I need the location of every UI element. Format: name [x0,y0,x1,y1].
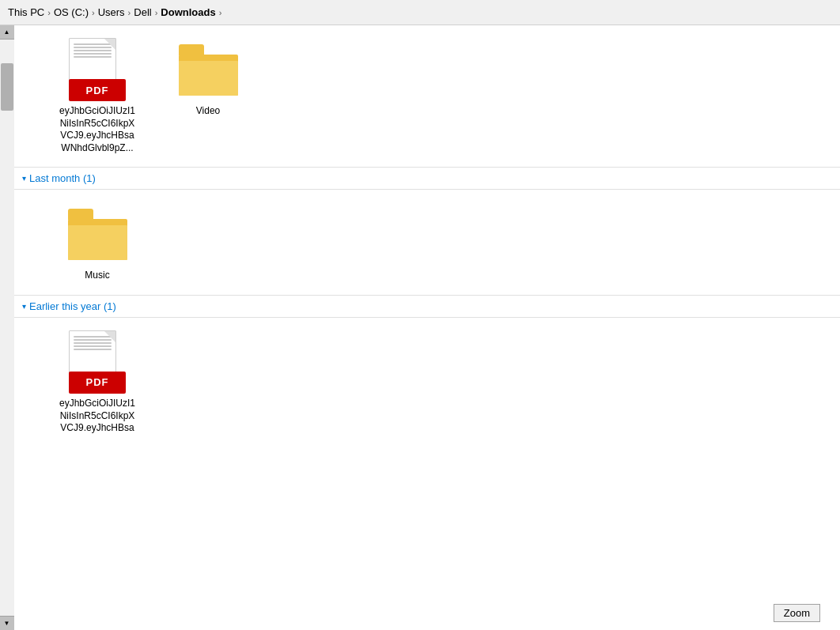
pdf-line [74,50,112,51]
pdf-line [74,342,112,344]
list-item[interactable]: PDF eyJhbGciOiJIUzI1 NiIsInR5cCI6IkpX VC… [46,326,149,439]
group-toggle-icon[interactable]: ▾ [22,174,26,183]
group-header-label[interactable]: Earlier this year (1) [29,300,116,312]
breadcrumb-sep-3: › [128,8,131,17]
pdf-page-lines [74,336,112,352]
group-header-label[interactable]: Last month (1) [29,172,96,184]
pdf-icon-wrapper: PDF [66,330,129,394]
pdf-line [74,336,112,338]
group-last-month: ▾ Last month (1) Music [14,167,840,295]
main-area: ▲ ▼ [0,25,840,630]
breadcrumb-this-pc[interactable]: This PC [8,6,44,18]
left-scrollbar[interactable]: ▲ ▼ [0,25,14,630]
pdf-line [74,53,112,55]
scroll-track[interactable] [0,40,14,616]
folder-icon [179,44,238,96]
content-panel: PDF eyJhbGciOiJIUzI1 NiIsInR5cCI6IkpX VC… [14,25,840,630]
pdf-line [74,345,112,347]
file-label: eyJhbGciOiJIUzI1 NiIsInR5cCI6IkpX VCJ9.e… [51,398,144,435]
list-item[interactable]: PDF eyJhbGciOiJIUzI1 NiIsInR5cCI6IkpX VC… [46,33,149,159]
group-earlier-this-year: ▾ Earlier this year (1) [14,295,840,447]
folder-icon [68,209,127,260]
group-header-earlier-this-year[interactable]: ▾ Earlier this year (1) [14,295,840,318]
file-label: Video [196,105,220,118]
breadcrumb-sep-5: › [219,8,222,17]
list-item[interactable]: Video [157,33,259,159]
breadcrumb-dell[interactable]: Dell [134,6,151,18]
pdf-line [74,56,112,58]
group-header-last-month[interactable]: ▾ Last month (1) [14,167,840,190]
pdf-icon-wrapper: PDF [66,38,129,101]
breadcrumb-sep-4: › [155,8,158,17]
pdf-line [74,339,112,341]
pdf-badge: PDF [69,372,126,394]
zoom-button[interactable]: Zoom [774,604,820,622]
folder-front [68,225,127,260]
pdf-page-lines [74,43,112,59]
breadcrumb-os-c[interactable]: OS (C:) [54,6,89,18]
breadcrumb-downloads[interactable]: Downloads [161,6,215,18]
group-items-earlier-this-year: PDF eyJhbGciOiJIUzI1 NiIsInR5cCI6IkpX VC… [14,318,840,447]
folder-tab [68,209,93,220]
breadcrumb-sep-1: › [47,8,51,17]
folder-tab [179,44,204,55]
file-label: Music [85,270,109,282]
file-label: eyJhbGciOiJIUzI1 NiIsInR5cCI6IkpX VCJ9.e… [51,105,144,154]
pdf-file-icon: PDF [69,330,126,394]
pdf-line [74,43,112,45]
breadcrumb: This PC › OS (C:) › Users › Dell › Downl… [0,0,840,25]
folder-front [179,61,238,96]
scroll-thumb[interactable] [1,63,13,111]
breadcrumb-users[interactable]: Users [98,6,125,18]
scroll-up-button[interactable]: ▲ [0,25,14,40]
group-toggle-icon[interactable]: ▾ [22,302,26,311]
pdf-file-icon: PDF [69,38,126,101]
top-items-container: PDF eyJhbGciOiJIUzI1 NiIsInR5cCI6IkpX VC… [14,25,840,167]
pdf-line [74,349,112,350]
group-items-last-month: Music [14,190,840,295]
pdf-line [74,47,112,48]
folder-icon-wrapper [66,202,129,266]
pdf-badge: PDF [69,79,126,101]
list-item[interactable]: Music [46,198,149,287]
folder-icon-wrapper [176,38,240,101]
breadcrumb-sep-2: › [92,8,95,17]
scroll-down-button[interactable]: ▼ [0,616,14,630]
